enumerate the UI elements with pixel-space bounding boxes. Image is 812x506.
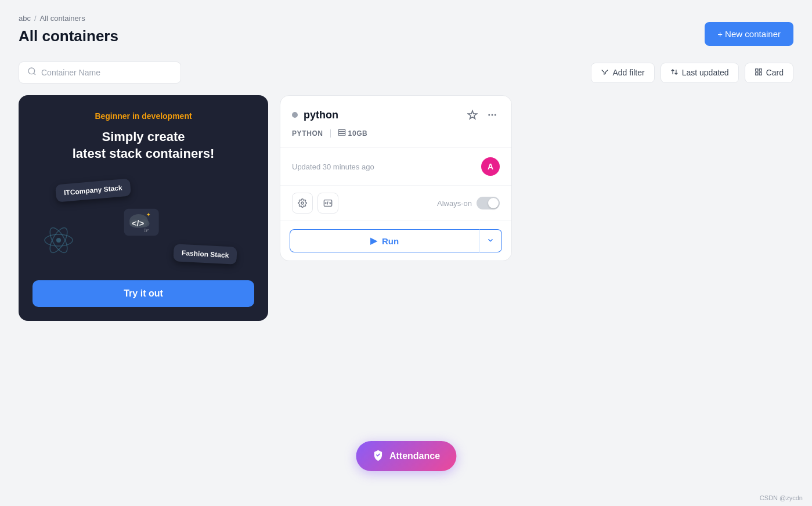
language-label: PYTHON — [292, 129, 323, 138]
toggle-knob — [488, 198, 499, 208]
always-on-row: Always-on — [437, 197, 500, 209]
promo-card: Beginner in development Simply createlat… — [19, 95, 268, 321]
container-title-row: python — [292, 107, 500, 122]
cards-area: Beginner in development Simply createlat… — [0, 95, 812, 321]
attendance-label: Attendance — [389, 451, 440, 461]
react-icon — [44, 226, 73, 257]
promo-badge: Beginner in development — [95, 111, 192, 121]
svg-rect-19 — [338, 129, 345, 131]
page-title: All containers — [19, 27, 793, 45]
breadcrumb-parent[interactable]: abc — [19, 14, 31, 23]
shield-icon — [372, 449, 384, 463]
container-name-row: python — [292, 109, 338, 121]
updated-row: Updated 30 minutes ago A — [292, 157, 500, 176]
new-container-button[interactable]: + New container — [705, 22, 793, 46]
svg-rect-1 — [755, 68, 757, 71]
action-icons — [292, 193, 338, 214]
stack-card-2-label: Fashion Stack — [181, 249, 229, 259]
last-updated-button[interactable]: Last updated — [661, 63, 739, 83]
svg-rect-4 — [759, 73, 762, 75]
run-dropdown-button[interactable] — [479, 229, 502, 252]
filter-actions: Add filter Last updated Card — [591, 63, 793, 83]
svg-point-22 — [301, 202, 304, 204]
card-view-button[interactable]: Card — [745, 63, 793, 83]
center-icon: </> ✦ ☞ — [120, 199, 167, 245]
breadcrumb-separator: / — [34, 14, 37, 23]
svg-text:☞: ☞ — [143, 227, 149, 234]
last-updated-label: Last updated — [682, 68, 729, 77]
container-name: python — [304, 109, 338, 121]
svg-rect-3 — [755, 73, 757, 75]
settings-button[interactable] — [292, 193, 313, 214]
storage-value: 10GB — [348, 129, 368, 138]
svg-text:</>: </> — [132, 219, 144, 228]
promo-illustration: ITCompany Stack </> ✦ ☞ — [33, 176, 254, 269]
card-label: Card — [766, 68, 784, 77]
status-indicator — [292, 112, 298, 118]
play-icon: ▶ — [370, 236, 377, 246]
breadcrumb-current: All containers — [40, 14, 85, 23]
run-button[interactable]: ▶ Run — [290, 229, 479, 252]
container-card-header: python PYTHON — [280, 96, 511, 148]
search-wrapper — [19, 62, 181, 84]
svg-point-0 — [28, 68, 35, 74]
search-icon — [27, 67, 37, 78]
storage-icon — [338, 128, 346, 138]
svg-rect-20 — [338, 132, 345, 133]
svg-text:✦: ✦ — [146, 212, 151, 218]
always-on-toggle[interactable] — [477, 197, 500, 209]
try-out-button[interactable]: Try it out — [33, 280, 254, 307]
grid-icon — [755, 68, 763, 78]
container-card: python PYTHON — [280, 95, 512, 261]
container-card-actions: Always-on — [280, 186, 511, 221]
storage-info: 10GB — [338, 128, 368, 138]
svg-rect-21 — [338, 133, 345, 135]
footer-label: CSDN @zycdn — [760, 494, 803, 501]
always-on-label: Always-on — [437, 199, 472, 208]
more-options-button[interactable] — [485, 107, 500, 122]
add-filter-label: Add filter — [612, 68, 644, 77]
meta-separator — [330, 129, 331, 138]
svg-rect-2 — [759, 68, 762, 71]
card-action-buttons — [465, 107, 500, 122]
svg-point-18 — [495, 114, 496, 116]
container-card-body: Updated 30 minutes ago A — [280, 148, 511, 186]
attendance-button[interactable]: Attendance — [356, 441, 456, 471]
search-input[interactable] — [41, 68, 172, 77]
filter-bar: Add filter Last updated Card — [0, 55, 812, 95]
stack-card-1-label: ITCompany Stack — [64, 184, 123, 197]
run-label: Run — [382, 236, 399, 246]
breadcrumb: abc / All containers — [19, 14, 793, 23]
svg-point-17 — [492, 114, 493, 116]
stack-card-2: Fashion Stack — [173, 244, 237, 265]
terminal-button[interactable] — [317, 193, 338, 214]
updated-text: Updated 30 minutes ago — [292, 162, 374, 171]
container-meta: PYTHON 10GB — [292, 128, 500, 138]
promo-title: Simply createlatest stack containers! — [73, 129, 215, 162]
pin-button[interactable] — [465, 107, 480, 122]
chevron-down-icon — [486, 236, 495, 246]
run-btn-row: ▶ Run — [280, 221, 511, 261]
filter-icon — [601, 68, 609, 78]
svg-point-8 — [56, 238, 61, 243]
add-filter-button[interactable]: Add filter — [591, 63, 654, 83]
sort-icon — [670, 68, 679, 78]
avatar: A — [481, 157, 500, 176]
svg-point-16 — [488, 114, 490, 116]
